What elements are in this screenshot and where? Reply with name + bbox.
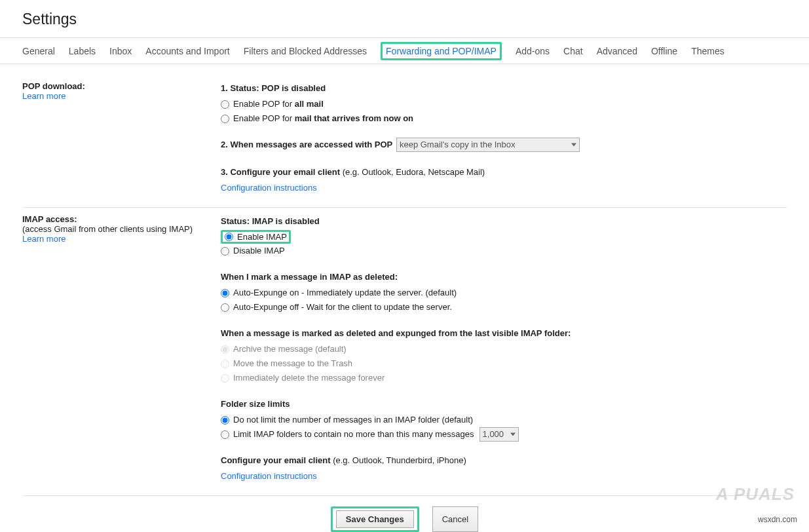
tab-filters[interactable]: Filters and Blocked Addresses (244, 46, 367, 56)
imap-heading: IMAP access: (22, 214, 221, 224)
imap-mark-deleted-heading: When I mark a message in IMAP as deleted… (221, 270, 787, 284)
tab-general[interactable]: General (22, 46, 55, 56)
imap-disable-radio[interactable] (221, 247, 229, 256)
button-row: Save Changes Cancel (22, 495, 787, 532)
tab-themes[interactable]: Themes (691, 46, 724, 56)
imap-archive-label: Archive the message (default) (233, 342, 347, 356)
cancel-button[interactable]: Cancel (432, 506, 478, 532)
imap-limit-label: Limit IMAP folders to contain no more th… (233, 427, 474, 442)
tab-labels[interactable]: Labels (69, 46, 96, 56)
imap-nolimit-label: Do not limit the number of messages in a… (233, 413, 473, 427)
tab-accounts[interactable]: Accounts and Import (145, 46, 229, 56)
highlight-forwarding-tab: Forwarding and POP/IMAP (381, 42, 502, 60)
highlight-save-button: Save Changes (331, 506, 419, 532)
imap-nolimit-radio[interactable] (221, 416, 229, 425)
imap-trash-label: Move the message to the Trash (233, 356, 352, 371)
tab-chat[interactable]: Chat (563, 46, 583, 56)
pop-config-link[interactable]: Configuration instructions (221, 183, 317, 193)
pop-learn-more-link[interactable]: Learn more (22, 91, 66, 101)
tab-offline[interactable]: Offline (651, 46, 677, 56)
tab-advanced[interactable]: Advanced (597, 46, 637, 56)
imap-disable-label: Disable IMAP (233, 244, 285, 258)
imap-enable-label: Enable IMAP (237, 232, 287, 242)
pop-enable-new-radio[interactable] (221, 115, 229, 123)
imap-delete-forever-label: Immediately delete the message forever (233, 371, 385, 385)
imap-folder-heading: Folder size limits (221, 397, 787, 411)
imap-expunge-on-label: Auto-Expunge on - Immediately update the… (233, 286, 457, 300)
imap-limit-select[interactable]: 1,000 (480, 427, 519, 442)
pop-status-value: POP is disabled (261, 83, 326, 93)
page-title: Settings (0, 0, 809, 37)
imap-configure-hint: (e.g. Outlook, Thunderbird, iPhone) (333, 455, 466, 465)
tab-inbox[interactable]: Inbox (109, 46, 132, 56)
tab-forwarding[interactable]: Forwarding and POP/IMAP (386, 46, 497, 56)
settings-tabs: General Labels Inbox Accounts and Import… (0, 37, 809, 64)
pop-accessed-label: 2. When messages are accessed with POP (221, 140, 392, 149)
pop-enable-new-label: Enable POP for mail that arrives from no… (233, 111, 413, 126)
imap-learn-more-link[interactable]: Learn more (22, 234, 66, 244)
imap-expunged-heading: When a message is marked as deleted and … (221, 326, 787, 341)
highlight-enable-imap: Enable IMAP (221, 230, 291, 244)
pop-section: POP download: Learn more 1. Status: POP … (22, 75, 787, 207)
pop-status-label: 1. Status: (221, 83, 261, 93)
save-button[interactable]: Save Changes (336, 510, 414, 528)
imap-trash-radio[interactable] (221, 360, 229, 368)
imap-configure-label: Configure your email client (221, 455, 333, 465)
imap-limit-radio[interactable] (221, 430, 229, 439)
imap-enable-radio[interactable] (225, 233, 233, 241)
imap-status-value: IMAP is disabled (252, 216, 320, 226)
tab-addons[interactable]: Add-ons (516, 46, 550, 56)
imap-archive-radio[interactable] (221, 345, 229, 354)
imap-expunge-off-radio[interactable] (221, 303, 229, 312)
pop-enable-all-radio[interactable] (221, 100, 229, 109)
imap-expunge-off-label: Auto-Expunge off - Wait for the client t… (233, 300, 452, 314)
imap-config-link[interactable]: Configuration instructions (221, 471, 317, 481)
pop-configure-label: 3. Configure your email client (221, 167, 343, 177)
imap-expunge-on-radio[interactable] (221, 289, 229, 297)
pop-heading: POP download: (22, 81, 221, 91)
imap-status-label: Status: (221, 216, 252, 226)
pop-action-select[interactable]: keep Gmail's copy in the Inbox (396, 138, 580, 152)
imap-section: IMAP access: (access Gmail from other cl… (22, 207, 787, 495)
imap-delete-forever-radio[interactable] (221, 374, 229, 383)
pop-configure-hint: (e.g. Outlook, Eudora, Netscape Mail) (343, 167, 485, 177)
imap-subheading: (access Gmail from other clients using I… (22, 224, 221, 234)
pop-enable-all-label: Enable POP for all mail (233, 97, 324, 111)
